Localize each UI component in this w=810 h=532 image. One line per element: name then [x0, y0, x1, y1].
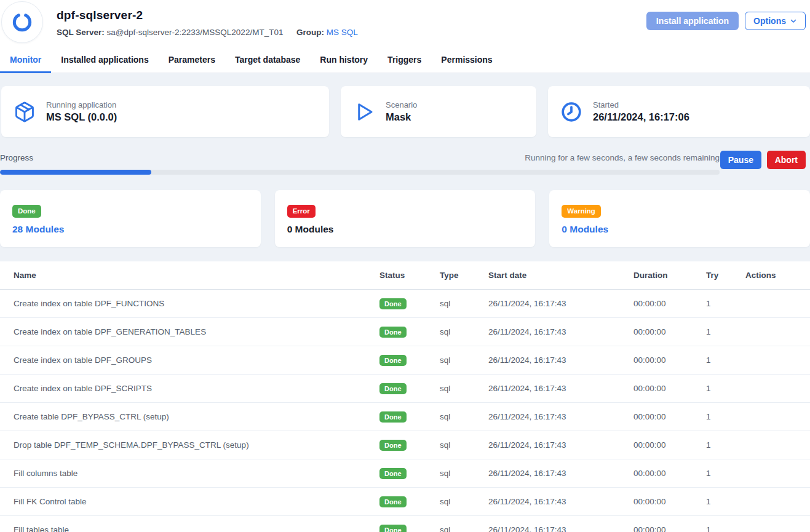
progress-label: Progress [0, 153, 33, 162]
row-type: sql [440, 459, 488, 488]
row-duration: 00:00:00 [633, 516, 706, 532]
row-duration: 00:00:00 [633, 459, 706, 488]
started-card: Started 26/11/2024, 16:17:06 [548, 86, 810, 137]
table-row[interactable]: Fill columns table Done sql 26/11/2024, … [0, 459, 810, 488]
row-name: Create index on table DPF_FUNCTIONS [0, 290, 379, 318]
running-application-value: MS SQL (0.0.0) [46, 111, 117, 123]
row-start-date: 26/11/2024, 16:17:43 [488, 318, 633, 346]
modules-table: Name Status Type Start date Duration Try… [0, 261, 810, 532]
row-name: Create index on table DPF_SCRIPTS [0, 375, 379, 403]
install-application-button[interactable]: Install application [646, 12, 739, 30]
row-actions [745, 375, 810, 403]
row-name: Create index on table DPF_GROUPS [0, 346, 379, 375]
play-icon [353, 101, 375, 123]
row-status: Done [379, 488, 440, 516]
tab-installed-applications[interactable]: Installed applications [51, 48, 158, 73]
abort-button[interactable]: Abort [767, 151, 806, 169]
monitor-content: Running application MS SQL (0.0.0) Scena… [0, 86, 810, 532]
column-header-actions: Actions [745, 261, 810, 290]
table-row[interactable]: Create index on table DPF_SCRIPTS Done s… [0, 375, 810, 403]
pause-button[interactable]: Pause [720, 151, 761, 169]
row-name: Fill columns table [0, 459, 379, 488]
column-header-name: Name [0, 261, 379, 290]
table-row[interactable]: Fill tables table Done sql 26/11/2024, 1… [0, 516, 810, 532]
row-name: Create table DPF_BYPASS_CTRL (setup) [0, 403, 379, 431]
row-actions [745, 290, 810, 318]
running-application-card: Running application MS SQL (0.0.0) [1, 86, 329, 137]
column-header-start-date: Start date [488, 261, 633, 290]
scenario-label: Scenario [386, 100, 417, 109]
group-link[interactable]: MS SQL [327, 28, 358, 37]
row-start-date: 26/11/2024, 16:17:43 [488, 488, 633, 516]
table-row[interactable]: Create table DPF_BYPASS_CTRL (setup) Don… [0, 403, 810, 431]
row-start-date: 26/11/2024, 16:17:43 [488, 431, 633, 459]
error-modules-card: Error 0 Modules [275, 190, 536, 247]
row-actions [745, 488, 810, 516]
started-label: Started [593, 100, 689, 109]
row-status: Done [379, 403, 440, 431]
row-start-date: 26/11/2024, 16:17:43 [488, 403, 633, 431]
tab-bar: Monitor Installed applications Parameter… [0, 48, 810, 73]
row-status: Done [379, 346, 440, 375]
row-status-badge: Done [379, 411, 407, 423]
row-name: Create index on table DPF_GENERATION_TAB… [0, 318, 379, 346]
progress-bar [0, 170, 720, 175]
started-value: 26/11/2024, 16:17:06 [593, 111, 689, 123]
done-modules-link[interactable]: 28 Modules [12, 224, 248, 235]
table-row[interactable]: Create index on table DPF_GENERATION_TAB… [0, 318, 810, 346]
row-start-date: 26/11/2024, 16:17:43 [488, 346, 633, 375]
row-duration: 00:00:00 [633, 403, 706, 431]
row-name: Drop table DPF_TEMP_SCHEMA.DPF_BYPASS_CT… [0, 431, 379, 459]
row-status: Done [379, 516, 440, 532]
options-button[interactable]: Options [745, 12, 806, 30]
row-duration: 00:00:00 [633, 488, 706, 516]
row-status: Done [379, 318, 440, 346]
row-type: sql [440, 318, 488, 346]
running-application-label: Running application [46, 100, 117, 109]
row-try: 1 [706, 318, 745, 346]
row-name: Fill tables table [0, 516, 379, 532]
row-type: sql [440, 375, 488, 403]
row-name: Fill FK Control table [0, 488, 379, 516]
tab-permissions[interactable]: Permissions [431, 48, 502, 73]
row-start-date: 26/11/2024, 16:17:43 [488, 290, 633, 318]
warning-modules-link[interactable]: 0 Modules [562, 224, 798, 235]
tab-parameters[interactable]: Parameters [159, 48, 225, 73]
tab-target-database[interactable]: Target database [225, 48, 310, 73]
row-try: 1 [706, 346, 745, 375]
scenario-card: Scenario Mask [341, 86, 536, 137]
row-start-date: 26/11/2024, 16:17:43 [488, 516, 633, 532]
row-actions [745, 459, 810, 488]
row-type: sql [440, 516, 488, 532]
spinner-icon [10, 10, 34, 34]
row-actions [745, 318, 810, 346]
row-status-badge: Done [379, 440, 407, 451]
tab-monitor[interactable]: Monitor [0, 48, 51, 73]
row-type: sql [440, 346, 488, 375]
tab-run-history[interactable]: Run history [310, 48, 378, 73]
warning-modules-card: Warning 0 Modules [549, 190, 810, 247]
row-duration: 00:00:00 [633, 431, 706, 459]
row-type: sql [440, 488, 488, 516]
row-start-date: 26/11/2024, 16:17:43 [488, 375, 633, 403]
row-actions [745, 431, 810, 459]
table-row[interactable]: Fill FK Control table Done sql 26/11/202… [0, 488, 810, 516]
row-actions [745, 516, 810, 532]
row-status: Done [379, 431, 440, 459]
row-status-badge: Done [379, 468, 407, 479]
table-row[interactable]: Create index on table DPF_GROUPS Done sq… [0, 346, 810, 375]
table-header-row: Name Status Type Start date Duration Try… [0, 261, 810, 290]
page-header: dpf-sqlserver-2 SQL Server: sa@dpf-sqlse… [0, 0, 810, 73]
group-label: Group: [296, 28, 324, 37]
row-try: 1 [706, 290, 745, 318]
tab-triggers[interactable]: Triggers [378, 48, 431, 73]
row-type: sql [440, 403, 488, 431]
row-try: 1 [706, 516, 745, 532]
row-type: sql [440, 290, 488, 318]
scenario-value: Mask [386, 111, 417, 123]
package-icon [14, 101, 36, 123]
table-row[interactable]: Create index on table DPF_FUNCTIONS Done… [0, 290, 810, 318]
table-row[interactable]: Drop table DPF_TEMP_SCHEMA.DPF_BYPASS_CT… [0, 431, 810, 459]
row-start-date: 26/11/2024, 16:17:43 [488, 459, 633, 488]
done-status-badge: Done [12, 205, 41, 218]
